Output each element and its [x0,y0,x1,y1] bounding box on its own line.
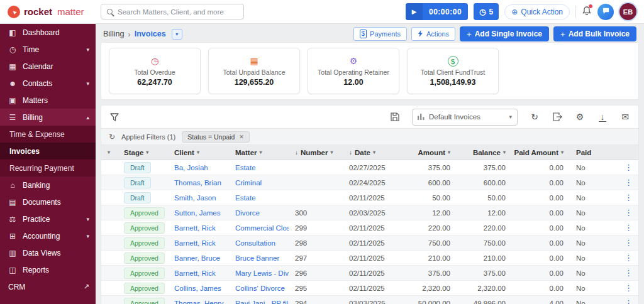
save-view-icon[interactable] [389,111,401,122]
matter-link[interactable]: Divorce [235,209,260,217]
payments-button[interactable]: $ Payments [353,27,407,41]
invoice-row[interactable]: ApprovedBanner, BruceBruce Banner29702/1… [101,251,638,266]
client-link[interactable]: Barnett, Rick [174,239,216,247]
invoice-row[interactable]: ApprovedCollins, JamesCollins' Divorce29… [101,281,638,296]
filter-funnel-icon[interactable] [109,111,120,122]
sidebar-item-calendar[interactable]: ▦Calendar [0,58,96,75]
client-link[interactable]: Thomas, Brian [174,179,221,187]
matter-link[interactable]: Ravi Jani - PP file [235,300,289,304]
sidebar-item-billing[interactable]: ☰Billing▴ [0,109,96,126]
stage-cell: Draft [118,175,168,190]
row-menu-button[interactable]: ⋮ [625,208,631,217]
row-menu-button[interactable]: ⋮ [625,238,631,247]
refresh-icon[interactable]: ↻ [529,111,540,122]
row-menu-button[interactable]: ⋮ [625,193,631,202]
invoice-row[interactable]: DraftThomas, BrianCriminal02/24/2025600.… [101,175,638,190]
quick-action-button[interactable]: ⊕ Quick Action [504,4,570,19]
balance-cell: 12.00 [457,205,512,220]
client-link[interactable]: Sutton, James [174,209,221,217]
gear-icon[interactable]: ⚙ [574,111,586,122]
sidebar-item-banking[interactable]: ⌂Banking [0,176,96,193]
client-link[interactable]: Banner, Bruce [174,254,220,262]
client-link[interactable]: Thomas, Henry [174,300,224,304]
column-header-expand[interactable]: ▾ [101,145,118,160]
sidebar-item-contacts[interactable]: ☻Contacts▾ [0,75,96,92]
matter-link[interactable]: Mary Lewis - Divorce [235,269,289,277]
column-header-balance[interactable]: Balance▾ [457,145,512,160]
invoice-row[interactable]: ApprovedBarnett, RickCommercial Closing2… [101,220,638,236]
row-menu-button[interactable]: ⋮ [625,223,631,232]
row-menu-button[interactable]: ⋮ [625,283,631,293]
row-menu-button[interactable]: ⋮ [625,268,631,278]
envelope-icon[interactable]: ✉ [619,111,631,122]
sidebar-item-dashboard[interactable]: ◧Dashboard [0,24,96,41]
invoice-row[interactable]: DraftBa, JosiahEstate02/27/2025375.00375… [101,160,638,175]
invoice-row[interactable]: ApprovedThomas, HenryRavi Jani - PP file… [101,296,638,304]
sidebar-item-crm[interactable]: CRM↗ [0,278,96,295]
matter-link[interactable]: Commercial Closing [235,224,289,232]
column-header-matter[interactable]: Matter▾ [229,145,289,160]
column-header-number[interactable]: ↓Number▾ [289,145,343,160]
actions-button[interactable]: Actions [411,27,455,41]
download-icon[interactable]: ↓ [597,111,608,122]
matter-link[interactable]: Consultation [235,239,275,247]
sidebar-item-time[interactable]: ◷Time▾ [0,41,96,58]
column-header-paid-amount[interactable]: Paid Amount▾ [512,145,570,160]
global-search[interactable] [101,4,244,19]
client-link[interactable]: Collins, James [174,285,221,292]
page-switcher-dropdown[interactable]: ▾ [172,29,182,40]
invoice-row[interactable]: ApprovedBarnett, RickMary Lewis - Divorc… [101,266,638,281]
breadcrumb-section[interactable]: Billing [103,30,124,38]
row-menu-button[interactable]: ⋮ [625,253,631,263]
sidebar-item-practice[interactable]: ⚖Practice▾ [0,210,96,227]
timer-widget[interactable]: ▶ 00:00:00 [406,3,468,20]
client-link[interactable]: Barnett, Rick [174,269,216,277]
sidebar-item-accounting[interactable]: ⊞Accounting▾ [0,227,96,244]
add-single-invoice-button[interactable]: + Add Single Invoice [460,26,549,41]
play-icon[interactable]: ▶ [406,3,423,20]
matter-link[interactable]: Estate [235,194,256,202]
filter-chip[interactable]: Status = Unpaid ✕ [182,131,250,143]
chevron-down-icon: ▾ [86,80,89,87]
sidebar-item-data-views[interactable]: ▥Data Views [0,244,96,261]
date-cell: 02/11/2025 [343,251,401,265]
sidebar-item-documents[interactable]: ▤Documents [0,193,96,210]
sidebar-item-invoices[interactable]: Invoices [0,143,96,160]
search-input[interactable] [118,8,238,16]
sidebar-item-time-expense[interactable]: Time & Expense [0,126,96,143]
stopwatch-icon: ◷ [479,8,486,16]
column-header-paid[interactable]: Paid [570,145,618,160]
avatar[interactable]: EB [619,3,636,20]
column-header-amount[interactable]: Amount▾ [401,145,457,160]
matter-link[interactable]: Estate [235,164,256,171]
client-link[interactable]: Smith, Jason [174,194,216,202]
row-menu-button[interactable]: ⋮ [625,163,631,172]
notifications-button[interactable] [582,6,592,18]
chat-button[interactable] [597,4,614,20]
add-bulk-invoice-button[interactable]: + Add Bulk Invoice [553,26,636,41]
matter-link[interactable]: Bruce Banner [235,254,279,262]
matter-link[interactable]: Collins' Divorce [235,285,285,292]
export-icon[interactable] [552,111,563,122]
row-menu-button[interactable]: ⋮ [625,298,631,304]
matter-link[interactable]: Criminal [235,179,262,187]
client-cell: Thomas, Henry [168,296,229,304]
client-link[interactable]: Barnett, Rick [174,224,216,232]
invoice-row[interactable]: ApprovedSutton, JamesDivorce30002/03/202… [101,205,638,220]
timers-count-button[interactable]: ◷ 5 [474,3,499,20]
client-link[interactable]: Ba, Josiah [174,164,208,171]
view-selector[interactable]: Default Invoices ▾ [412,109,518,126]
column-header-stage[interactable]: Stage▾ [118,145,168,160]
stage-cell: Approved [118,220,168,235]
close-icon[interactable]: ✕ [239,134,244,140]
clear-filters-icon[interactable]: ↻ [109,133,115,141]
invoice-row[interactable]: DraftSmith, JasonEstate02/11/202550.0050… [101,190,638,205]
row-menu-button[interactable]: ⋮ [625,178,631,187]
column-header-date[interactable]: ↓Date▾ [343,145,401,160]
breadcrumb-page[interactable]: Invoices [135,30,166,38]
sidebar-item-reports[interactable]: ◫Reports [0,261,96,278]
column-header-client[interactable]: Client▾ [168,145,229,160]
sidebar-item-recurring-payment[interactable]: Recurring Payment [0,160,96,176]
sidebar-item-matters[interactable]: ▣Matters [0,92,96,109]
invoice-row[interactable]: ApprovedBarnett, RickConsultation29802/1… [101,236,638,251]
